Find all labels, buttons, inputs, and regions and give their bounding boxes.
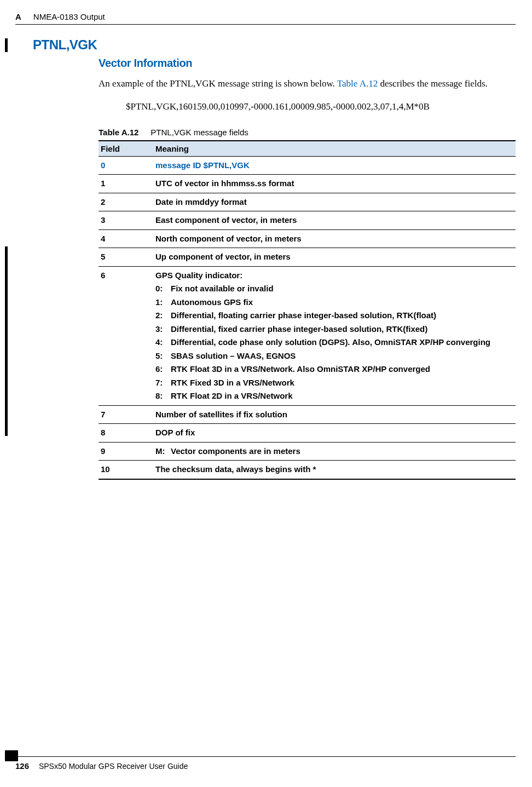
table-row: 7 Number of satellites if fix solution bbox=[99, 405, 516, 424]
field-meaning: The checksum data, always begins with * bbox=[153, 461, 516, 479]
field-meaning: North component of vector, in meters bbox=[153, 229, 516, 248]
table-row: 9 M:Vector components are in meters bbox=[99, 442, 516, 461]
field-number: 0 bbox=[99, 156, 153, 175]
quality-desc: SBAS solution – WAAS, EGNOS bbox=[171, 350, 511, 363]
page-number: 126 bbox=[15, 761, 29, 771]
quality-item: 2:Differential, floating carrier phase i… bbox=[155, 309, 511, 322]
field-number: 7 bbox=[99, 405, 153, 424]
quality-num: 5: bbox=[155, 350, 171, 363]
intro-paragraph: An example of the PTNL,VGK message strin… bbox=[99, 77, 516, 90]
change-bar bbox=[5, 246, 8, 436]
quality-desc: Autonomous GPS fix bbox=[171, 296, 511, 309]
quality-item: 7:RTK Fixed 3D in a VRS/Network bbox=[155, 377, 511, 389]
change-bar bbox=[5, 38, 8, 52]
field-meaning: Up component of vector, in meters bbox=[153, 248, 516, 267]
field-number: 10 bbox=[99, 461, 153, 479]
table-caption-text: PTNL,VGK message fields bbox=[151, 128, 248, 137]
content-area: PTNL,VGK Vector Information An example o… bbox=[33, 37, 516, 480]
fields-table: Field Meaning 0 message ID $PTNL,VGK 1 U… bbox=[99, 140, 516, 480]
m-desc: Vector components are in meters bbox=[171, 445, 300, 458]
field-meaning: GPS Quality indicator: 0:Fix not availab… bbox=[153, 266, 516, 405]
quality-num: 7: bbox=[155, 377, 171, 389]
example-string: $PTNL,VGK,160159.00,010997,-0000.161,000… bbox=[126, 101, 516, 112]
quality-desc: Differential, fixed carrier phase intege… bbox=[171, 323, 511, 336]
table-row: 6 GPS Quality indicator: 0:Fix not avail… bbox=[99, 266, 516, 405]
quality-desc: RTK Fixed 3D in a VRS/Network bbox=[171, 377, 511, 389]
field-meaning: Number of satellites if fix solution bbox=[153, 405, 516, 424]
header-appendix: A bbox=[15, 12, 21, 21]
quality-indicator-label: GPS Quality indicator: bbox=[155, 271, 242, 280]
table-row: 1 UTC of vector in hhmmss.ss format bbox=[99, 175, 516, 193]
header-title: NMEA-0183 Output bbox=[33, 12, 105, 21]
table-row: 2 Date in mmddyy format bbox=[99, 193, 516, 211]
quality-item: 1:Autonomous GPS fix bbox=[155, 296, 511, 309]
quality-item: 3:Differential, fixed carrier phase inte… bbox=[155, 323, 511, 336]
field-meaning: DOP of fix bbox=[153, 424, 516, 443]
table-row: 8 DOP of fix bbox=[99, 424, 516, 443]
field-number: 9 bbox=[99, 442, 153, 461]
field-meaning: message ID $PTNL,VGK bbox=[153, 156, 516, 175]
quality-desc: Differential, code phase only solution (… bbox=[171, 336, 511, 349]
intro-text-post: describes the message fields. bbox=[378, 78, 488, 89]
field-number: 5 bbox=[99, 248, 153, 267]
field-number: 3 bbox=[99, 211, 153, 230]
quality-num: 4: bbox=[155, 336, 171, 349]
quality-num: 0: bbox=[155, 283, 171, 295]
field-number: 2 bbox=[99, 193, 153, 211]
table-caption: Table A.12PTNL,VGK message fields bbox=[99, 128, 516, 137]
quality-desc: Differential, floating carrier phase int… bbox=[171, 309, 511, 322]
quality-item: 4:Differential, code phase only solution… bbox=[155, 336, 511, 349]
table-row: 5 Up component of vector, in meters bbox=[99, 248, 516, 267]
quality-desc: RTK Float 2D in a VRS/Network bbox=[171, 390, 511, 403]
table-row: 3 East component of vector, in meters bbox=[99, 211, 516, 230]
table-reference-link[interactable]: Table A.12 bbox=[337, 78, 378, 89]
field-meaning: East component of vector, in meters bbox=[153, 211, 516, 230]
quality-item: 5:SBAS solution – WAAS, EGNOS bbox=[155, 350, 511, 363]
field-meaning: Date in mmddyy format bbox=[153, 193, 516, 211]
field-meaning: UTC of vector in hhmmss.ss format bbox=[153, 175, 516, 193]
quality-indicator-list: 0:Fix not available or invalid 1:Autonom… bbox=[155, 283, 511, 403]
m-label: M: bbox=[155, 445, 171, 458]
page-footer: 126 SPSx50 Modular GPS Receiver User Gui… bbox=[15, 756, 516, 771]
quality-num: 1: bbox=[155, 296, 171, 309]
field-number: 8 bbox=[99, 424, 153, 443]
page-header: A NMEA-0183 Output bbox=[15, 12, 516, 25]
quality-num: 3: bbox=[155, 323, 171, 336]
col-field: Field bbox=[99, 141, 153, 157]
field-number: 4 bbox=[99, 229, 153, 248]
col-meaning: Meaning bbox=[153, 141, 516, 157]
quality-num: 2: bbox=[155, 309, 171, 322]
field-number: 6 bbox=[99, 266, 153, 405]
table-row: 10 The checksum data, always begins with… bbox=[99, 461, 516, 479]
field-meaning: M:Vector components are in meters bbox=[153, 442, 516, 461]
quality-item: 0:Fix not available or invalid bbox=[155, 283, 511, 295]
quality-num: 6: bbox=[155, 363, 171, 376]
section-subtitle: Vector Information bbox=[99, 57, 516, 70]
quality-desc: Fix not available or invalid bbox=[171, 283, 511, 295]
quality-item: 8:RTK Float 2D in a VRS/Network bbox=[155, 390, 511, 403]
table-row: 0 message ID $PTNL,VGK bbox=[99, 156, 516, 175]
section-title: PTNL,VGK bbox=[33, 37, 516, 53]
quality-item: 6:RTK Float 3D in a VRS/Network. Also Om… bbox=[155, 363, 511, 376]
quality-desc: RTK Float 3D in a VRS/Network. Also Omni… bbox=[171, 363, 511, 376]
intro-text-pre: An example of the PTNL,VGK message strin… bbox=[99, 78, 337, 89]
field-number: 1 bbox=[99, 175, 153, 193]
table-caption-label: Table A.12 bbox=[99, 128, 138, 137]
table-row: 4 North component of vector, in meters bbox=[99, 229, 516, 248]
quality-num: 8: bbox=[155, 390, 171, 403]
table-header-row: Field Meaning bbox=[99, 141, 516, 157]
footer-doc-title: SPSx50 Modular GPS Receiver User Guide bbox=[39, 762, 188, 771]
